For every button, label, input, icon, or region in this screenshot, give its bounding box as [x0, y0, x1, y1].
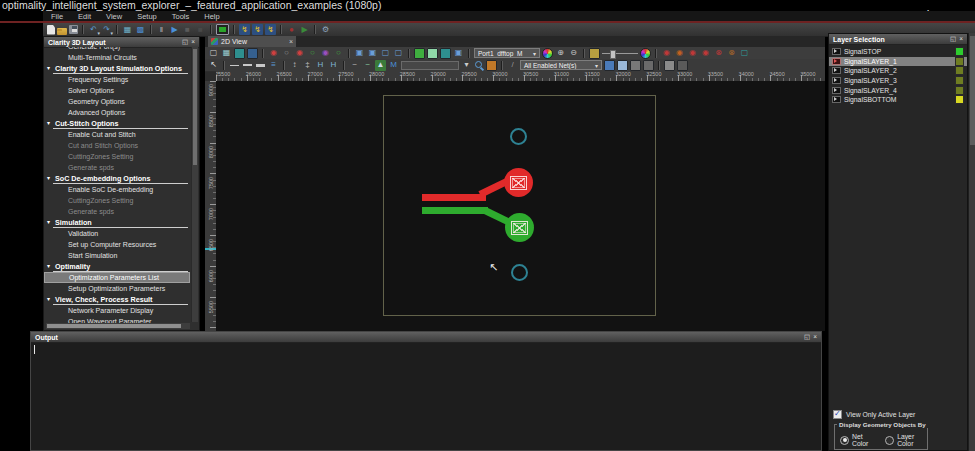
via-ring-top[interactable]: [510, 128, 527, 145]
layer-visibility-icon[interactable]: [832, 96, 841, 103]
tree-item-start-simulation[interactable]: Start Simulation: [44, 250, 190, 261]
tree-item-enable-soc-de-embedding[interactable]: Enable SoC De-embedding: [44, 184, 190, 195]
tree-item-geometry-options[interactable]: Geometry Options: [44, 96, 190, 107]
view-only-active-layer-checkbox[interactable]: [833, 410, 842, 419]
tree-item-set-up-computer-resources[interactable]: Set up Computer Resources: [44, 239, 190, 250]
netlist-icon-2[interactable]: ↯: [252, 24, 263, 35]
poly-green-icon-1[interactable]: [414, 48, 425, 59]
net-color-chip-5[interactable]: [664, 60, 675, 71]
peaks-icon[interactable]: M: [388, 60, 399, 71]
layer-visibility-icon[interactable]: [832, 87, 841, 94]
tree-item-generate-spds[interactable]: Generate spds: [44, 162, 190, 173]
ring-gray-icon[interactable]: ○: [281, 48, 292, 59]
tab-close-icon[interactable]: ×: [289, 38, 293, 45]
green-port-pad[interactable]: [505, 213, 534, 242]
step-icon[interactable]: ▶: [299, 24, 310, 35]
tree-item-optimization-parameters-list[interactable]: Optimization Parameters List: [44, 272, 190, 283]
stop-icon[interactable]: ■: [182, 24, 193, 35]
net-color-chip-1[interactable]: [604, 60, 615, 71]
netlist-icon-1[interactable]: ↯: [239, 24, 250, 35]
frame-blue-icon-4[interactable]: ▢: [393, 48, 404, 59]
tree-item-advanced-options[interactable]: Advanced Options: [44, 107, 190, 118]
layer-color-chip[interactable]: [955, 86, 964, 95]
float-panel-icon[interactable]: ◱: [950, 35, 956, 43]
layer-visibility-icon[interactable]: [832, 58, 841, 65]
layer-lines-icon[interactable]: ≡: [268, 60, 279, 71]
net-circle-icon-3[interactable]: ◉: [687, 48, 698, 59]
layer-color-radio-item[interactable]: Layer Color: [885, 433, 927, 447]
layer-row-signalstop[interactable]: SignalSTOP: [829, 47, 967, 57]
zoom-in-icon[interactable]: ⊕: [555, 48, 566, 59]
layer-row-signalsbottom[interactable]: SignalSBOTTOM: [829, 95, 967, 105]
layer-visibility-icon[interactable]: [832, 77, 841, 84]
tree-item-enable-cut-and-stitch[interactable]: Enable Cut and Stitch: [44, 129, 190, 140]
nets-select[interactable]: All Enabled Net(s)▾: [520, 60, 602, 70]
save-icon[interactable]: [69, 25, 78, 34]
net-circle-icon-2[interactable]: ◉: [674, 48, 685, 59]
ring-green-icon-2[interactable]: ○: [333, 48, 344, 59]
layer-visibility-icon[interactable]: [832, 67, 841, 74]
layer-row-signalslayer_1[interactable]: SignalSLAYER_1: [829, 57, 967, 67]
port-select[interactable]: Port1_dfftop_M▾: [474, 48, 540, 58]
measure-h-icon-2[interactable]: H: [328, 60, 339, 71]
poly-green-icon-2[interactable]: [427, 48, 438, 59]
measure-pin-icon[interactable]: ‡: [302, 60, 313, 71]
layer-row-signalslayer_2[interactable]: SignalSLAYER_2: [829, 66, 967, 76]
menu-file[interactable]: File: [49, 12, 65, 21]
layer-row-signalslayer_4[interactable]: SignalSLAYER_4: [829, 85, 967, 95]
tree-item-network-parameter-display[interactable]: Network Parameter Display: [44, 305, 190, 316]
ring-green-icon-1[interactable]: ○: [307, 48, 318, 59]
select-rect-icon[interactable]: ▢: [208, 48, 219, 59]
dropdown-caret-icon[interactable]: ▾: [461, 60, 472, 71]
zoom-area-icon[interactable]: ▦: [221, 48, 232, 59]
ring-red-icon-2[interactable]: ◉: [294, 48, 305, 59]
tree-item-multi-terminal-circuits[interactable]: Multi-Terminal Circuits: [44, 52, 190, 63]
float-panel-icon[interactable]: ◱: [804, 333, 810, 341]
layer-color-chip[interactable]: [955, 76, 964, 85]
ring-purple-icon[interactable]: ◉: [320, 48, 331, 59]
menu-help[interactable]: Help: [202, 12, 221, 21]
layer-color-chip[interactable]: [955, 47, 964, 56]
layer-color-chip[interactable]: [955, 57, 964, 66]
net-color-chip-2[interactable]: [617, 60, 628, 71]
pointer-icon[interactable]: ↖: [208, 60, 219, 71]
frame-blue-icon-3[interactable]: ▢: [380, 48, 391, 59]
layer-color-chip[interactable]: [955, 95, 964, 104]
netlist-icon-3[interactable]: ↯: [265, 24, 276, 35]
layer-color-radio[interactable]: [885, 436, 894, 445]
open-folder-icon[interactable]: [57, 28, 67, 35]
fill-teal-icon-2[interactable]: [440, 48, 451, 59]
close-panel-icon[interactable]: ×: [813, 333, 817, 341]
tree-item-soc-de-embedding-options[interactable]: SoC De-embedding Options: [44, 173, 190, 184]
linewidth-icon-3[interactable]: [255, 60, 266, 71]
search-icon[interactable]: [474, 60, 484, 70]
redo-icon[interactable]: ↷▾: [101, 24, 112, 35]
wave-icon-2[interactable]: ~: [362, 60, 373, 71]
cut-zones-icon[interactable]: ▦: [122, 24, 133, 35]
net-color-radio[interactable]: [840, 436, 849, 445]
menu-view[interactable]: View: [104, 12, 124, 21]
new-file-icon[interactable]: [47, 25, 55, 35]
via-ring-bottom[interactable]: [511, 264, 528, 281]
tree-item-setup-optimization-parameters[interactable]: Setup Optimization Parameters: [44, 283, 190, 294]
stitch-icon[interactable]: ▩: [135, 24, 146, 35]
undo-icon[interactable]: ↶▾: [88, 24, 99, 35]
opacity-slider[interactable]: [602, 49, 638, 58]
linewidth-icon-1[interactable]: [229, 60, 240, 71]
open-result-icon[interactable]: [486, 60, 497, 71]
wave-icon-1[interactable]: ~: [349, 60, 360, 71]
close-panel-icon[interactable]: ×: [959, 35, 963, 43]
net-circle-icon-4[interactable]: ◉: [700, 48, 711, 59]
float-panel-icon[interactable]: ◱: [182, 38, 188, 46]
diagonal-icon[interactable]: /: [507, 60, 518, 71]
net-circle-icon-6[interactable]: ⊗: [726, 48, 737, 59]
net-color-chip-3[interactable]: [630, 60, 641, 71]
fill-teal-icon[interactable]: [234, 48, 245, 59]
tree-item-view-check-process-result[interactable]: View, Check, Process Result: [44, 294, 190, 305]
menu-edit[interactable]: Edit: [76, 12, 93, 21]
menu-tools[interactable]: Tools: [170, 12, 192, 21]
tree-vertical-scrollbar[interactable]: [191, 47, 198, 322]
frame-blue-icon-5[interactable]: ▣: [453, 48, 464, 59]
run-icon[interactable]: ▶: [169, 24, 180, 35]
net-circle-icon-5[interactable]: ⊗: [713, 48, 724, 59]
